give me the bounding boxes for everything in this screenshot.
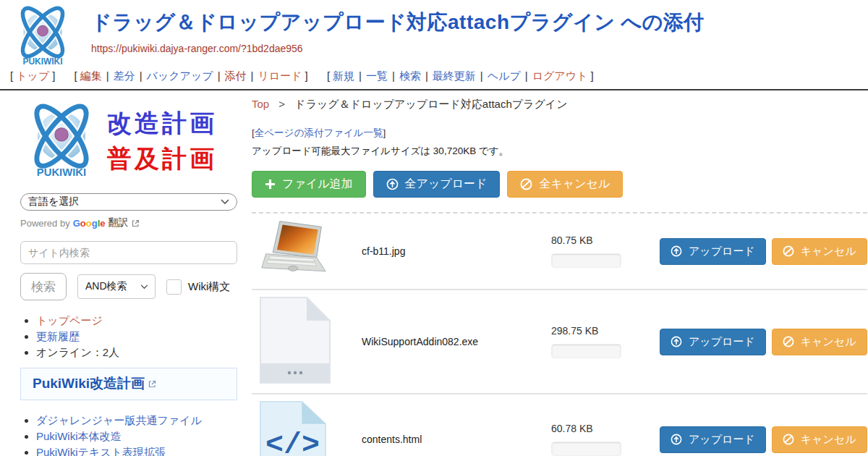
code-glyph: </> (265, 428, 320, 456)
cancel-label: キャンセル (801, 245, 856, 258)
bracket: [ (10, 69, 13, 82)
sidebar-section-heading[interactable]: PukiWiki改造計画 (20, 368, 237, 400)
upload-label: アップロード (689, 335, 755, 349)
upload-progress-bar (551, 253, 621, 268)
google-logo: Google (73, 218, 106, 229)
divider: | (251, 69, 254, 82)
chevron-down-icon (221, 199, 229, 205)
upload-button[interactable]: アップロード (660, 426, 766, 453)
circle-arrow-up-icon (671, 434, 682, 445)
sidebar-plugin-links: ダジャレンジャー版共通ファイル PukiWiki本体改造 PukiWikiテキス… (20, 413, 240, 456)
all-attachments-link[interactable]: 全ページの添付ファイル一覧 (255, 127, 383, 138)
pukiwiki-logo-icon[interactable]: PUKIWIKI (9, 3, 77, 69)
chevron-down-icon (140, 284, 148, 290)
divider: | (480, 69, 483, 82)
sidebar-logo[interactable]: PUKIWIKI 改造計画 普及計画 (20, 99, 240, 183)
add-file-label: ファイル追加 (282, 177, 353, 192)
search-button[interactable]: 検索 (20, 273, 67, 300)
list-item: PukiWiki本体改造 (36, 429, 240, 443)
slogan-line2: 普及計画 (107, 141, 217, 177)
nav-link-list[interactable]: 一覧 (366, 69, 388, 82)
upload-file-list: cf-b11.jpg 80.75 KB アップロード (252, 212, 867, 456)
list-item: 更新履歴 (36, 329, 240, 343)
file-actions: アップロード キャンセル (660, 426, 867, 453)
nav-link-logout[interactable]: ログアウト (532, 69, 588, 82)
upload-button[interactable]: アップロード (660, 238, 766, 265)
bracket: [ (327, 69, 330, 82)
nav-link-top[interactable]: トップ (16, 69, 49, 82)
wiki-syntax-label: Wiki構文 (188, 280, 230, 294)
section-heading-label: PukiWiki改造計画 (33, 374, 145, 393)
file-thumbnail (252, 296, 362, 387)
divider: | (106, 69, 109, 82)
add-file-button[interactable]: ファイル追加 (252, 171, 366, 198)
file-actions: アップロード キャンセル (660, 329, 867, 355)
bracket: ] (383, 127, 386, 138)
language-select-value: 言語を選択 (28, 195, 79, 208)
upload-button[interactable]: アップロード (660, 329, 766, 355)
nav-link-new[interactable]: 新規 (333, 69, 354, 82)
list-item: PukiWikiテキスト表現拡張 (36, 445, 240, 456)
file-size: 298.75 KB (551, 325, 660, 337)
file-row: WikiSupportAddin082.exe 298.75 KB アップロード (252, 290, 867, 394)
wiki-syntax-option: Wiki構文 (166, 279, 230, 295)
search-mode-select[interactable]: AND検索 (77, 274, 156, 299)
nav-group-top: [トップ] (7, 69, 58, 82)
external-link-icon (132, 219, 140, 227)
site-search-input[interactable] (20, 241, 237, 264)
language-select[interactable]: 言語を選択 (20, 193, 237, 211)
upload-all-button[interactable]: 全アップロード (373, 171, 501, 198)
file-name: cf-b11.jpg (362, 245, 551, 257)
file-size: 80.75 KB (551, 235, 660, 246)
divider: | (218, 69, 221, 82)
divider: | (392, 69, 395, 82)
upload-toolbar: ファイル追加 全アップロード 全キャンセル (252, 171, 868, 198)
translate-text: 翻訳 (109, 216, 129, 229)
bracket: ] (305, 69, 308, 82)
nav-link-attach[interactable]: 添付 (225, 69, 247, 82)
upload-label: アップロード (689, 433, 755, 447)
page-url-link[interactable]: https://pukiwiki.dajya-ranger.com/?1bd2d… (91, 43, 705, 54)
nav-link-diff[interactable]: 差分 (114, 69, 135, 82)
nav-link-recent[interactable]: 最終更新 (433, 69, 476, 82)
sidebar-link-toppage[interactable]: トップページ (36, 314, 103, 326)
file-row: cf-b11.jpg 80.75 KB アップロード (252, 214, 867, 290)
sidebar-link-common-files[interactable]: ダジャレンジャー版共通ファイル (36, 414, 202, 426)
file-meta: 298.75 KB (551, 325, 660, 358)
file-thumbnail: </> (252, 400, 362, 456)
pukiwiki-logo-text: PUKIWIKI (37, 166, 86, 178)
cancel-button[interactable]: キャンセル (772, 426, 867, 453)
divider: | (359, 69, 362, 82)
page-header: PUKIWIKI ドラッグ＆ドロップアップロード対応attachプラグイン への… (0, 0, 868, 68)
nav-link-backup[interactable]: バックアップ (147, 69, 213, 82)
external-link-icon (148, 380, 156, 388)
sidebar-link-history[interactable]: 更新履歴 (36, 330, 80, 342)
wiki-syntax-checkbox[interactable] (166, 279, 182, 295)
bracket: [ (75, 69, 77, 82)
circle-arrow-up-icon (386, 178, 399, 190)
file-meta: 80.75 KB (551, 235, 660, 268)
google-translate-credit[interactable]: Powered by Google 翻訳 (20, 216, 240, 229)
sidebar-link-text-ext[interactable]: PukiWikiテキスト表現拡張 (36, 446, 166, 456)
nav-group-site: [新規|一覧|検索|最終更新|ヘルプ|ログアウト] (324, 69, 597, 82)
nav-link-edit[interactable]: 編集 (80, 69, 102, 82)
pukiwiki-logo-text: PUKIWIKI (22, 56, 62, 67)
html-file-icon: </> (259, 400, 327, 456)
plus-icon (265, 179, 276, 190)
cancel-button[interactable]: キャンセル (772, 329, 867, 355)
upload-label: アップロード (689, 245, 755, 258)
nav-link-help[interactable]: ヘルプ (488, 69, 521, 82)
top-navbar: [トップ] [編集|差分|バックアップ|添付|リロード] [新規|一覧|検索|最… (0, 68, 868, 90)
breadcrumb: Top > ドラッグ＆ドロップアップロード対応attachプラグイン (252, 98, 868, 111)
nav-link-reload[interactable]: リロード (258, 69, 302, 82)
cancel-button[interactable]: キャンセル (772, 238, 867, 265)
file-size: 60.78 KB (551, 423, 660, 434)
cancel-all-button[interactable]: 全キャンセル (507, 171, 623, 198)
cancel-label: キャンセル (801, 433, 856, 447)
sidebar-link-core-mod[interactable]: PukiWiki本体改造 (36, 430, 122, 442)
list-item: オンライン：2人 (36, 345, 240, 359)
nav-link-search[interactable]: 検索 (399, 69, 421, 82)
breadcrumb-home-link[interactable]: Top (252, 98, 269, 110)
ban-icon (783, 336, 794, 347)
divider: | (140, 69, 142, 82)
